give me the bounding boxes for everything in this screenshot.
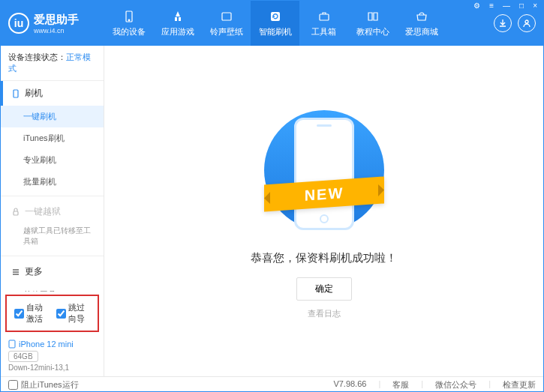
- sidebar-item-itunes-flash[interactable]: iTunes刷机: [1, 127, 104, 149]
- svg-rect-6: [14, 90, 18, 97]
- menu-icon: [11, 268, 20, 277]
- sidebar-section-jailbreak: 一键越狱: [1, 199, 104, 224]
- phone-icon: [11, 89, 20, 98]
- refresh-icon: [269, 10, 282, 23]
- wallpaper-icon: [220, 10, 233, 23]
- svg-rect-7: [14, 211, 18, 215]
- window-controls: ⚙ ≡ — □ ×: [471, 1, 539, 10]
- sidebar-item-batch-flash[interactable]: 批量刷机: [1, 171, 104, 193]
- checkbox-highlight-box: 自动激活 跳过向导: [5, 295, 99, 332]
- version-label: V7.98.66: [333, 379, 366, 391]
- jailbreak-note: 越狱工具已转移至工具箱: [1, 224, 104, 253]
- device-info: iPhone 12 mini 64GB Down-12mini-13,1: [1, 335, 104, 376]
- settings-icon[interactable]: ⚙: [471, 1, 482, 10]
- logo-icon: iu: [8, 13, 29, 34]
- close-icon[interactable]: ×: [530, 1, 539, 10]
- check-update-link[interactable]: 检查更新: [503, 379, 536, 391]
- menu-icon[interactable]: ≡: [487, 1, 496, 10]
- checkbox-block-itunes[interactable]: 阻止iTunes运行: [8, 379, 79, 391]
- sidebar-section-more[interactable]: 更多: [1, 259, 104, 284]
- nav-store[interactable]: 爱思商城: [397, 1, 446, 46]
- nav-toolbox[interactable]: 工具箱: [299, 1, 348, 46]
- sidebar: 设备连接状态：正常模式 刷机 一键刷机 iTunes刷机 专业刷机 批量刷机 一…: [1, 46, 104, 376]
- book-icon: [366, 10, 380, 23]
- sidebar-item-other-tools[interactable]: 其他工具: [1, 284, 104, 292]
- connection-status: 设备连接状态：正常模式: [1, 46, 104, 81]
- store-icon: [415, 10, 428, 23]
- apps-icon: [171, 10, 185, 23]
- svg-rect-2: [222, 13, 231, 20]
- logo: iu 爱思助手 www.i4.cn: [8, 13, 104, 34]
- svg-rect-8: [9, 340, 15, 348]
- user-button[interactable]: [518, 14, 536, 32]
- svg-point-5: [525, 20, 528, 23]
- nav-my-device[interactable]: 我的设备: [104, 1, 153, 46]
- device-name[interactable]: iPhone 12 mini: [8, 340, 96, 349]
- confirm-button[interactable]: 确定: [296, 277, 352, 301]
- app-url: www.i4.cn: [34, 27, 79, 34]
- wechat-link[interactable]: 微信公众号: [435, 379, 476, 391]
- nav-apps[interactable]: 应用游戏: [153, 1, 202, 46]
- success-message: 恭喜您，保资料刷机成功啦！: [251, 251, 397, 265]
- checkbox-auto-activate[interactable]: 自动激活: [14, 302, 49, 325]
- new-banner: NEW: [264, 176, 384, 211]
- checkbox-skip-wizard[interactable]: 跳过向导: [56, 302, 91, 325]
- minimize-icon[interactable]: —: [500, 1, 512, 10]
- svg-rect-3: [271, 12, 280, 21]
- device-identifier: Down-12mini-13,1: [8, 364, 96, 372]
- view-log-link[interactable]: 查看日志: [308, 308, 341, 319]
- phone-icon: [122, 10, 136, 23]
- header: iu 爱思助手 www.i4.cn 我的设备 应用游戏 铃声壁纸 智能刷机 工具…: [1, 1, 543, 46]
- nav-smart-flash[interactable]: 智能刷机: [251, 1, 299, 46]
- toolbox-icon: [317, 10, 331, 23]
- nav-tutorials[interactable]: 教程中心: [348, 1, 397, 46]
- sidebar-item-pro-flash[interactable]: 专业刷机: [1, 149, 104, 171]
- main-content: NEW 恭喜您，保资料刷机成功啦！ 确定 查看日志: [104, 46, 543, 376]
- app-title: 爱思助手: [34, 13, 79, 27]
- svg-rect-4: [320, 14, 329, 20]
- maximize-icon[interactable]: □: [517, 1, 526, 10]
- success-illustration: NEW: [272, 103, 377, 238]
- lock-icon: [11, 208, 20, 217]
- svg-point-1: [128, 19, 130, 21]
- phone-icon: [8, 340, 16, 349]
- sidebar-section-flash[interactable]: 刷机: [1, 81, 104, 106]
- sidebar-item-onekey-flash[interactable]: 一键刷机: [1, 106, 104, 127]
- footer: 阻止iTunes运行 V7.98.66 | 客服 | 微信公众号 | 检查更新: [1, 376, 543, 392]
- download-button[interactable]: [494, 14, 512, 32]
- customer-service-link[interactable]: 客服: [392, 379, 409, 391]
- top-nav: 我的设备 应用游戏 铃声壁纸 智能刷机 工具箱 教程中心 爱思商城: [104, 1, 494, 46]
- nav-ringtones[interactable]: 铃声壁纸: [202, 1, 251, 46]
- storage-badge: 64GB: [8, 351, 38, 362]
